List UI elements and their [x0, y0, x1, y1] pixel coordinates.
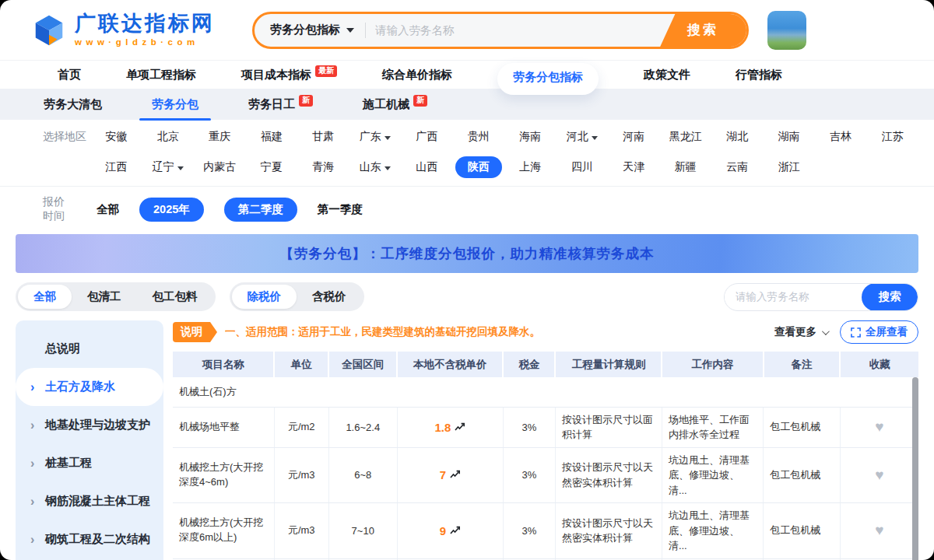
- province-option[interactable]: 海南: [519, 130, 541, 144]
- table-row: 机械场地平整元/m21.6~2.41.83%按设计图示尺寸以面积计算场地推平、工…: [173, 407, 918, 447]
- province-option[interactable]: 黑龙江: [669, 130, 702, 144]
- province-option[interactable]: 辽宁: [153, 160, 184, 174]
- province-option[interactable]: 江西: [105, 160, 127, 174]
- main-nav: 首页单项工程指标项目成本指标最新综合单价指标劳务分包指标政策文件行管指标: [0, 61, 934, 89]
- sidebar-item[interactable]: ›砌筑工程及二次结构: [16, 520, 163, 558]
- unit-cell: 元/m3: [274, 503, 328, 559]
- sub-nav-label: 劳务分包: [152, 97, 198, 112]
- province-option[interactable]: 北京: [157, 130, 179, 144]
- province-label: 青海: [312, 160, 334, 174]
- province-option[interactable]: 山西: [416, 160, 437, 174]
- province-option[interactable]: 福建: [261, 130, 283, 144]
- header-search-button[interactable]: 搜索: [659, 12, 746, 49]
- remark-cell: 包工包机械: [764, 503, 841, 559]
- local-price-cell: 1.8: [397, 407, 503, 447]
- tax-cell: 3%: [503, 407, 555, 447]
- province-option[interactable]: 新疆: [675, 160, 697, 174]
- time-option[interactable]: 第一季度: [318, 202, 363, 217]
- remark-cell: 包工包机械: [764, 447, 841, 503]
- province-label: 河南: [623, 130, 644, 144]
- scope-option[interactable]: 全部: [18, 285, 72, 309]
- chevron-right-icon: ›: [30, 457, 38, 470]
- province-option[interactable]: 广东: [360, 130, 391, 144]
- time-option[interactable]: 第二季度: [224, 198, 297, 222]
- province-option[interactable]: 上海: [519, 160, 541, 174]
- remark-cell: 包工包机械: [764, 407, 841, 447]
- province-option[interactable]: 安徽: [105, 130, 127, 144]
- sub-nav-item[interactable]: 劳务分包: [152, 97, 198, 112]
- sidebar-item[interactable]: ›土石方及降水: [16, 368, 163, 406]
- price-table: 项目名称单位全国区间本地不含税单价税金工程量计算规则工作内容备注收藏机械土(石)…: [173, 352, 918, 560]
- view-more-button[interactable]: 查看更多: [774, 325, 827, 339]
- table-scrollbar[interactable]: [912, 377, 918, 560]
- province-label: 江苏: [882, 130, 904, 144]
- province-label: 贵州: [468, 130, 490, 144]
- column-header: 本地不含税单价: [397, 352, 503, 377]
- sub-nav-item[interactable]: 劳务日工新: [248, 97, 313, 112]
- content: ›总说明›土石方及降水›地基处理与边坡支护›桩基工程›钢筋混凝土主体工程›砌筑工…: [16, 320, 918, 560]
- item-name-cell: 机械挖土方(大开挖深度6m以上): [173, 503, 274, 559]
- main-nav-item[interactable]: 行管指标: [736, 68, 782, 82]
- sidebar-item-label: 钢筋混凝土主体工程: [45, 494, 150, 509]
- province-option[interactable]: 吉林: [830, 130, 851, 144]
- scope-option[interactable]: 包工包料: [137, 285, 213, 309]
- brand-logo-icon: [31, 12, 67, 48]
- favorite-heart-button[interactable]: ♥: [875, 467, 883, 483]
- province-option[interactable]: 青海: [312, 160, 334, 174]
- province-option[interactable]: 湖南: [778, 130, 800, 144]
- header-search-bar: 劳务分包指标 搜索: [252, 12, 749, 49]
- tax-option[interactable]: 含税价: [297, 285, 362, 309]
- time-option[interactable]: 2025年: [139, 198, 204, 222]
- province-option[interactable]: 浙江: [778, 160, 800, 174]
- province-option[interactable]: 河南: [623, 130, 644, 144]
- sidebar-item[interactable]: ›钢筋混凝土主体工程: [16, 482, 163, 520]
- search-category-dropdown[interactable]: 劳务分包指标: [255, 23, 365, 37]
- province-option[interactable]: 陕西: [455, 156, 502, 178]
- province-option[interactable]: 天津: [623, 160, 644, 174]
- fullscreen-icon: [851, 327, 861, 338]
- province-option[interactable]: 四川: [571, 160, 593, 174]
- province-option[interactable]: 宁夏: [261, 160, 283, 174]
- province-label: 宁夏: [261, 160, 283, 174]
- province-option[interactable]: 甘肃: [312, 130, 334, 144]
- sidebar-item[interactable]: ›地基处理与边坡支护: [16, 406, 163, 444]
- time-option[interactable]: 全部: [97, 202, 119, 217]
- table-panel: 说明 一、适用范围：适用于工业，民建类型建筑的基础开挖回填及降水。 查看更多 全…: [173, 320, 918, 560]
- province-option[interactable]: 江苏: [882, 130, 904, 144]
- table-group-row: 机械土(石)方: [173, 377, 918, 407]
- province-option[interactable]: 贵州: [468, 130, 490, 144]
- fullscreen-button[interactable]: 全屏查看: [840, 320, 918, 344]
- province-option[interactable]: 山东: [360, 160, 391, 174]
- main-nav-item[interactable]: 单项工程指标: [126, 68, 196, 82]
- sub-nav-item[interactable]: 施工机械新: [363, 97, 427, 112]
- avatar[interactable]: [767, 11, 806, 50]
- brand-logo[interactable]: 广联达指标网 www·gldzb·com: [31, 12, 215, 48]
- scope-option[interactable]: 包清工: [72, 285, 137, 309]
- province-option[interactable]: 河北: [567, 130, 598, 144]
- main-nav-item[interactable]: 劳务分包指标: [497, 63, 599, 95]
- sidebar-item[interactable]: ›总说明: [16, 330, 163, 368]
- favorite-heart-button[interactable]: ♥: [875, 418, 883, 435]
- province-option[interactable]: 云南: [726, 160, 748, 174]
- sub-nav-item[interactable]: 劳务大清包: [44, 97, 102, 112]
- province-option[interactable]: 湖北: [726, 130, 748, 144]
- main-nav-item[interactable]: 项目成本指标最新: [241, 68, 337, 82]
- header-search-input[interactable]: [366, 24, 659, 37]
- sidebar-item[interactable]: ›桩基工程: [16, 444, 163, 482]
- favorite-heart-button[interactable]: ♥: [875, 522, 883, 538]
- main-nav-item[interactable]: 政策文件: [644, 68, 690, 82]
- province-option[interactable]: 广西: [416, 130, 437, 144]
- column-header: 项目名称: [173, 352, 274, 377]
- tax-option[interactable]: 除税价: [232, 285, 297, 309]
- list-search-input[interactable]: [725, 291, 862, 303]
- promo-banner: 【劳务分包】：工序维度分包报价，助力精准核算劳务成本: [16, 234, 918, 273]
- trend-up-icon: [450, 526, 461, 535]
- sidebar-item-label: 土石方及降水: [45, 380, 115, 394]
- province-option[interactable]: 内蒙古: [203, 160, 236, 174]
- group-row-label: 机械土(石)方: [173, 377, 918, 407]
- unit-cell: 元/m2: [274, 407, 328, 447]
- list-search-button[interactable]: 搜索: [862, 283, 918, 311]
- main-nav-item[interactable]: 综合单价指标: [382, 68, 452, 82]
- province-option[interactable]: 重庆: [209, 130, 230, 144]
- main-nav-item[interactable]: 首页: [58, 68, 81, 82]
